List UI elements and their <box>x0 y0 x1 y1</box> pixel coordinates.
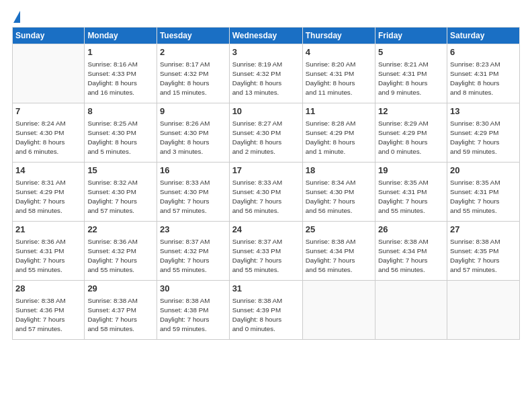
cell-info: Sunrise: 8:26 AM Sunset: 4:30 PM Dayligh… <box>160 119 226 157</box>
calendar-cell <box>13 44 85 103</box>
cell-info: Sunrise: 8:38 AM Sunset: 4:37 PM Dayligh… <box>87 296 154 334</box>
cell-info: Sunrise: 8:19 AM Sunset: 4:32 PM Dayligh… <box>232 60 300 98</box>
cell-info: Sunrise: 8:34 AM Sunset: 4:30 PM Dayligh… <box>306 178 372 216</box>
cell-info: Sunrise: 8:28 AM Sunset: 4:29 PM Dayligh… <box>306 119 372 157</box>
page: SundayMondayTuesdayWednesdayThursdayFrid… <box>0 0 532 411</box>
calendar-cell: 26Sunrise: 8:38 AM Sunset: 4:34 PM Dayli… <box>375 222 447 281</box>
logo-triangle-icon <box>13 11 20 23</box>
calendar-cell: 3Sunrise: 8:19 AM Sunset: 4:32 PM Daylig… <box>229 44 302 103</box>
cell-info: Sunrise: 8:35 AM Sunset: 4:31 PM Dayligh… <box>450 178 517 216</box>
day-number: 26 <box>378 224 444 236</box>
week-row-1: 7Sunrise: 8:24 AM Sunset: 4:30 PM Daylig… <box>13 103 520 163</box>
cell-info: Sunrise: 8:31 AM Sunset: 4:29 PM Dayligh… <box>15 178 81 216</box>
cell-info: Sunrise: 8:36 AM Sunset: 4:31 PM Dayligh… <box>15 237 81 275</box>
calendar-cell: 2Sunrise: 8:17 AM Sunset: 4:32 PM Daylig… <box>157 44 229 103</box>
calendar-cell: 5Sunrise: 8:21 AM Sunset: 4:31 PM Daylig… <box>375 44 447 103</box>
cell-info: Sunrise: 8:20 AM Sunset: 4:31 PM Dayligh… <box>306 60 372 98</box>
day-number: 3 <box>232 46 300 59</box>
calendar-cell: 12Sunrise: 8:29 AM Sunset: 4:29 PM Dayli… <box>375 103 447 163</box>
calendar-cell: 30Sunrise: 8:38 AM Sunset: 4:38 PM Dayli… <box>157 281 229 340</box>
cell-info: Sunrise: 8:38 AM Sunset: 4:35 PM Dayligh… <box>450 237 517 275</box>
cell-info: Sunrise: 8:21 AM Sunset: 4:31 PM Dayligh… <box>378 60 444 98</box>
cell-info: Sunrise: 8:30 AM Sunset: 4:29 PM Dayligh… <box>450 119 517 157</box>
cell-info: Sunrise: 8:24 AM Sunset: 4:30 PM Dayligh… <box>15 119 81 157</box>
calendar-cell: 10Sunrise: 8:27 AM Sunset: 4:30 PM Dayli… <box>229 103 302 163</box>
cell-info: Sunrise: 8:37 AM Sunset: 4:32 PM Dayligh… <box>160 237 226 275</box>
cell-info: Sunrise: 8:38 AM Sunset: 4:34 PM Dayligh… <box>378 237 444 275</box>
cell-info: Sunrise: 8:33 AM Sunset: 4:30 PM Dayligh… <box>232 178 300 216</box>
cell-info: Sunrise: 8:37 AM Sunset: 4:33 PM Dayligh… <box>232 237 300 275</box>
cell-info: Sunrise: 8:35 AM Sunset: 4:31 PM Dayligh… <box>378 178 444 216</box>
week-row-4: 28Sunrise: 8:38 AM Sunset: 4:36 PM Dayli… <box>13 281 520 340</box>
day-number: 10 <box>232 105 300 118</box>
cell-info: Sunrise: 8:29 AM Sunset: 4:29 PM Dayligh… <box>378 119 444 157</box>
calendar-cell: 24Sunrise: 8:37 AM Sunset: 4:33 PM Dayli… <box>229 222 302 281</box>
calendar-cell <box>447 281 519 340</box>
day-number: 20 <box>450 165 517 177</box>
calendar-cell: 25Sunrise: 8:38 AM Sunset: 4:34 PM Dayli… <box>302 222 375 281</box>
day-number: 12 <box>378 105 444 118</box>
cell-info: Sunrise: 8:38 AM Sunset: 4:39 PM Dayligh… <box>232 296 300 334</box>
day-number: 18 <box>306 165 372 177</box>
calendar-cell: 13Sunrise: 8:30 AM Sunset: 4:29 PM Dayli… <box>447 103 519 163</box>
day-number: 13 <box>450 105 517 118</box>
logo-text <box>12 11 20 21</box>
calendar-cell: 17Sunrise: 8:33 AM Sunset: 4:30 PM Dayli… <box>229 163 302 222</box>
calendar-cell: 9Sunrise: 8:26 AM Sunset: 4:30 PM Daylig… <box>157 103 229 163</box>
day-number: 1 <box>87 46 154 59</box>
day-number: 19 <box>378 165 444 177</box>
header <box>12 11 520 21</box>
calendar-cell: 22Sunrise: 8:36 AM Sunset: 4:32 PM Dayli… <box>85 222 157 281</box>
header-row: SundayMondayTuesdayWednesdayThursdayFrid… <box>13 28 520 44</box>
calendar-cell <box>375 281 447 340</box>
calendar-cell: 1Sunrise: 8:16 AM Sunset: 4:33 PM Daylig… <box>85 44 157 103</box>
cell-info: Sunrise: 8:38 AM Sunset: 4:36 PM Dayligh… <box>15 296 81 334</box>
cell-info: Sunrise: 8:38 AM Sunset: 4:38 PM Dayligh… <box>160 296 226 334</box>
calendar-cell: 16Sunrise: 8:33 AM Sunset: 4:30 PM Dayli… <box>157 163 229 222</box>
week-row-0: 1Sunrise: 8:16 AM Sunset: 4:33 PM Daylig… <box>13 44 520 103</box>
day-number: 30 <box>160 283 226 295</box>
day-header-sunday: Sunday <box>13 28 85 44</box>
calendar-cell: 27Sunrise: 8:38 AM Sunset: 4:35 PM Dayli… <box>447 222 519 281</box>
cell-info: Sunrise: 8:38 AM Sunset: 4:34 PM Dayligh… <box>306 237 372 275</box>
calendar-cell: 31Sunrise: 8:38 AM Sunset: 4:39 PM Dayli… <box>229 281 302 340</box>
calendar-cell: 20Sunrise: 8:35 AM Sunset: 4:31 PM Dayli… <box>447 163 519 222</box>
cell-info: Sunrise: 8:36 AM Sunset: 4:32 PM Dayligh… <box>87 237 154 275</box>
cell-info: Sunrise: 8:33 AM Sunset: 4:30 PM Dayligh… <box>160 178 226 216</box>
calendar-cell: 4Sunrise: 8:20 AM Sunset: 4:31 PM Daylig… <box>302 44 375 103</box>
day-number: 21 <box>15 224 81 236</box>
calendar-cell: 28Sunrise: 8:38 AM Sunset: 4:36 PM Dayli… <box>13 281 85 340</box>
day-number: 25 <box>306 224 372 236</box>
calendar-body: 1Sunrise: 8:16 AM Sunset: 4:33 PM Daylig… <box>13 44 520 340</box>
day-header-monday: Monday <box>85 28 157 44</box>
day-number: 9 <box>160 105 226 118</box>
calendar-table: SundayMondayTuesdayWednesdayThursdayFrid… <box>12 27 520 340</box>
calendar-cell: 23Sunrise: 8:37 AM Sunset: 4:32 PM Dayli… <box>157 222 229 281</box>
cell-info: Sunrise: 8:27 AM Sunset: 4:30 PM Dayligh… <box>232 119 300 157</box>
day-number: 23 <box>160 224 226 236</box>
calendar-cell: 8Sunrise: 8:25 AM Sunset: 4:30 PM Daylig… <box>85 103 157 163</box>
day-number: 2 <box>160 46 226 59</box>
cell-info: Sunrise: 8:16 AM Sunset: 4:33 PM Dayligh… <box>87 60 154 98</box>
logo <box>12 11 20 21</box>
day-number: 31 <box>232 283 300 295</box>
day-number: 11 <box>306 105 372 118</box>
day-number: 4 <box>306 46 372 59</box>
day-number: 17 <box>232 165 300 177</box>
calendar-cell <box>302 281 375 340</box>
calendar-cell: 29Sunrise: 8:38 AM Sunset: 4:37 PM Dayli… <box>85 281 157 340</box>
day-header-thursday: Thursday <box>302 28 375 44</box>
day-number: 24 <box>232 224 300 236</box>
calendar-cell: 7Sunrise: 8:24 AM Sunset: 4:30 PM Daylig… <box>13 103 85 163</box>
calendar-cell: 15Sunrise: 8:32 AM Sunset: 4:30 PM Dayli… <box>85 163 157 222</box>
day-number: 29 <box>87 283 154 295</box>
day-number: 6 <box>450 46 517 59</box>
calendar-cell: 21Sunrise: 8:36 AM Sunset: 4:31 PM Dayli… <box>13 222 85 281</box>
calendar-cell: 6Sunrise: 8:23 AM Sunset: 4:31 PM Daylig… <box>447 44 519 103</box>
day-header-wednesday: Wednesday <box>229 28 302 44</box>
day-number: 27 <box>450 224 517 236</box>
day-header-saturday: Saturday <box>447 28 519 44</box>
cell-info: Sunrise: 8:32 AM Sunset: 4:30 PM Dayligh… <box>87 178 154 216</box>
week-row-3: 21Sunrise: 8:36 AM Sunset: 4:31 PM Dayli… <box>13 222 520 281</box>
cell-info: Sunrise: 8:23 AM Sunset: 4:31 PM Dayligh… <box>450 60 517 98</box>
